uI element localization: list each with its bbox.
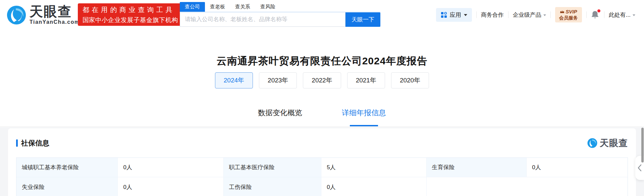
logo-domain-text: TianYanCha.com bbox=[30, 19, 80, 25]
table-cell-label: 生育保险 bbox=[427, 158, 527, 177]
promo-banner-line2: 国家中小企业发展子基金旗下机构 bbox=[83, 16, 178, 24]
nav-business-cooperation[interactable]: 商务合作 bbox=[481, 11, 504, 19]
report-tabbar: 数据变化概览 详细年报信息 bbox=[0, 99, 644, 127]
svip-label: SVIP bbox=[566, 9, 577, 15]
search-row: 天眼一下 bbox=[180, 12, 380, 27]
tianyancha-logo[interactable]: 天眼查 TianYanCha.com bbox=[7, 5, 80, 25]
divider bbox=[604, 11, 604, 18]
search-tab-boss[interactable]: 查老板 bbox=[205, 2, 230, 12]
page-title: 云南通昇茶叶贸易有限责任公司2024年度报告 bbox=[0, 54, 644, 68]
nav-enterprise-products-label: 企业级产品 bbox=[513, 11, 541, 19]
notification-dot bbox=[597, 9, 600, 12]
logo-text: 天眼查 TianYanCha.com bbox=[30, 5, 80, 25]
crown-icon bbox=[560, 10, 565, 14]
divider bbox=[508, 11, 508, 18]
search-tabs: 查公司 查老板 查关系 查风险 bbox=[180, 3, 380, 12]
tab-detailed-report[interactable]: 详细年报信息 bbox=[342, 99, 386, 126]
year-button-2023[interactable]: 2023年 bbox=[259, 72, 297, 88]
apps-menu-button[interactable]: 应用 bbox=[436, 8, 472, 22]
table-cell-value: 0人 bbox=[527, 158, 628, 177]
notifications-button[interactable] bbox=[591, 10, 600, 19]
section-accent-bar bbox=[16, 139, 18, 147]
year-selector: 2024年 2023年 2022年 2021年 2020年 bbox=[0, 72, 644, 88]
content-area: 社保信息 天眼查 城镇职工基本养老保险 0人 职工基本医疗保险 5人 生育保险 … bbox=[0, 127, 644, 196]
chevron-down-icon bbox=[464, 14, 467, 16]
apps-menu-label: 应用 bbox=[450, 11, 461, 19]
year-button-2021[interactable]: 2021年 bbox=[347, 72, 385, 88]
chevron-down-icon bbox=[543, 14, 546, 16]
divider bbox=[476, 11, 477, 18]
section-title: 社保信息 bbox=[21, 138, 49, 148]
svip-service-label: 会员服务 bbox=[559, 15, 578, 21]
header-nav: 应用 商务合作 企业级产品 SVIP 会员服务 bbox=[436, 0, 635, 29]
vertical-scrollbar-thumb[interactable] bbox=[641, 128, 644, 162]
divider bbox=[550, 11, 551, 18]
table-cell-label: 城镇职工基本养老保险 bbox=[16, 158, 118, 177]
year-button-2024[interactable]: 2024年 bbox=[215, 72, 253, 88]
search-tab-company[interactable]: 查公司 bbox=[180, 2, 205, 12]
tianyancha-logo-icon bbox=[7, 5, 26, 25]
table-cell-value: 0人 bbox=[118, 158, 223, 177]
social-insurance-table: 城镇职工基本养老保险 0人 职工基本医疗保险 5人 生育保险 0人 失业保险 0… bbox=[16, 157, 628, 196]
user-menu-label: 此处有... bbox=[609, 11, 631, 19]
table-cell-label: 工伤保险 bbox=[224, 177, 322, 196]
search-input[interactable] bbox=[180, 12, 345, 27]
table-cell-value: 0人 bbox=[321, 177, 426, 196]
watermark-logo-icon bbox=[587, 138, 597, 148]
watermark-brand-text: 天眼查 bbox=[600, 137, 628, 149]
header: 天眼查 TianYanCha.com 都在用的商业查询工具 国家中小企业发展子基… bbox=[0, 0, 644, 29]
logo-brand-text: 天眼查 bbox=[30, 5, 80, 18]
search-area: 查公司 查老板 查关系 查风险 天眼一下 bbox=[180, 3, 380, 27]
search-button[interactable]: 天眼一下 bbox=[345, 12, 380, 27]
divider bbox=[586, 11, 587, 18]
report-card: 社保信息 天眼查 城镇职工基本养老保险 0人 职工基本医疗保险 5人 生育保险 … bbox=[8, 128, 636, 196]
search-tab-relation[interactable]: 查关系 bbox=[230, 2, 255, 12]
table-cell-empty bbox=[427, 177, 628, 196]
section-header: 社保信息 天眼查 bbox=[16, 137, 628, 149]
tab-data-overview[interactable]: 数据变化概览 bbox=[258, 99, 302, 126]
table-cell-value: 5人 bbox=[321, 158, 426, 177]
chevron-down-icon bbox=[633, 14, 635, 16]
user-menu[interactable]: 此处有... bbox=[609, 11, 635, 19]
nav-enterprise-products[interactable]: 企业级产品 bbox=[513, 11, 546, 19]
chevron-left-icon bbox=[637, 164, 642, 172]
watermark-logo: 天眼查 bbox=[587, 137, 628, 149]
promo-banner: 都在用的商业查询工具 国家中小企业发展子基金旗下机构 bbox=[78, 3, 183, 26]
year-button-2022[interactable]: 2022年 bbox=[303, 72, 341, 88]
table-cell-label: 失业保险 bbox=[16, 177, 118, 196]
promo-banner-line1: 都在用的商业查询工具 bbox=[83, 5, 178, 14]
year-button-2020[interactable]: 2020年 bbox=[391, 72, 429, 88]
table-cell-label: 职工基本医疗保险 bbox=[224, 158, 322, 177]
search-tab-risk[interactable]: 查风险 bbox=[255, 2, 280, 12]
table-cell-value: 0人 bbox=[118, 177, 223, 196]
page: 天眼查 TianYanCha.com 都在用的商业查询工具 国家中小企业发展子基… bbox=[0, 0, 644, 196]
apps-grid-icon bbox=[441, 12, 447, 18]
svip-member-button[interactable]: SVIP 会员服务 bbox=[555, 7, 582, 22]
